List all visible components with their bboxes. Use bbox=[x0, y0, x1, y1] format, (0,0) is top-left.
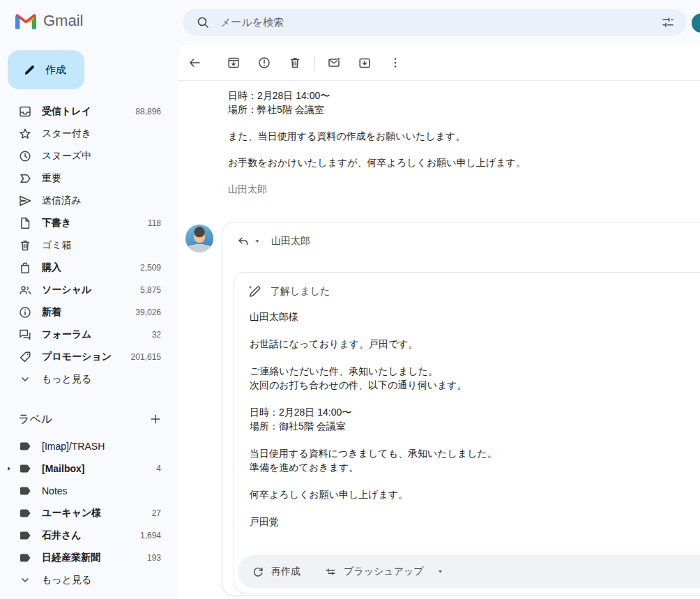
mail-toolbar bbox=[178, 45, 700, 81]
regenerate-button[interactable]: 再作成 bbox=[245, 559, 307, 584]
search-options-icon[interactable] bbox=[656, 10, 680, 34]
label-name: 石井さん bbox=[42, 529, 135, 542]
draft-title: 了解しました bbox=[271, 285, 330, 298]
shopping-bag-icon bbox=[18, 261, 32, 275]
refine-label: ブラッシュアップ bbox=[344, 566, 424, 578]
reply-type-caret-icon[interactable] bbox=[253, 237, 261, 245]
sidebar-item-starred[interactable]: スター付き bbox=[0, 123, 178, 145]
search-icon[interactable] bbox=[191, 10, 215, 34]
forum-icon bbox=[18, 328, 32, 342]
refine-button[interactable]: ブラッシュアップ bbox=[317, 559, 452, 584]
send-icon bbox=[18, 194, 32, 208]
gmail-m-icon bbox=[15, 13, 36, 29]
label-important-icon bbox=[18, 172, 32, 185]
clock-icon bbox=[18, 149, 32, 163]
sidebar-item-promotions[interactable]: プロモーション 201,615 bbox=[0, 346, 178, 368]
ai-draft-box[interactable]: 了解しました 山田太郎様 お世話になっております。戸田です。 ご連絡いただいた件… bbox=[234, 272, 700, 593]
sidebar-item-inbox[interactable]: 受信トレイ 88,896 bbox=[0, 100, 178, 123]
back-icon[interactable] bbox=[181, 49, 208, 77]
draft-meta: 日時：2月28日 14:00〜 場所：御社5階 会議室 bbox=[250, 405, 685, 433]
search-input[interactable]: メールを検索 bbox=[220, 16, 656, 29]
sidebar-item-count: 88,896 bbox=[135, 107, 161, 116]
labels-more[interactable]: もっと見る bbox=[0, 569, 178, 591]
account-avatar[interactable] bbox=[692, 13, 700, 33]
gmail-app: { "header": { "logo_text": "Gmail", "sea… bbox=[0, 0, 700, 599]
sidebar-item-label: スター付き bbox=[42, 128, 155, 140]
label-name: ユーキャン様 bbox=[42, 507, 146, 520]
email-meta-location: 場所：弊社5階 会議室 bbox=[228, 103, 672, 116]
reply-recipient[interactable]: 山田太郎 bbox=[271, 235, 310, 248]
sender-avatar[interactable] bbox=[185, 225, 213, 252]
sidebar-item-label: ゴミ箱 bbox=[42, 239, 155, 252]
reply-header: 山田太郎 bbox=[222, 222, 700, 260]
sidebar: 作成 受信トレイ 88,896 スター付き スヌーズ中 重要 送信済み bbox=[0, 45, 178, 599]
sidebar-item-social[interactable]: ソーシャル 5,875 bbox=[0, 279, 178, 301]
label-nikkei[interactable]: 日経産業新聞 193 bbox=[0, 547, 178, 569]
report-spam-icon[interactable] bbox=[250, 49, 278, 77]
sidebar-item-label: 新着 bbox=[42, 306, 130, 319]
chevron-right-icon[interactable] bbox=[5, 464, 13, 473]
mark-unread-icon[interactable] bbox=[320, 49, 348, 77]
label-icon bbox=[18, 506, 32, 520]
reply-icon[interactable] bbox=[236, 234, 250, 248]
chevron-down-icon bbox=[18, 573, 32, 587]
sidebar-item-drafts[interactable]: 下書き 118 bbox=[0, 212, 178, 234]
tag-icon bbox=[18, 350, 32, 364]
draft-action-bar: 再作成 ブラッシュアップ bbox=[238, 555, 700, 589]
sidebar-item-snoozed[interactable]: スヌーズ中 bbox=[0, 145, 178, 167]
sidebar-item-purchases[interactable]: 購入 2,509 bbox=[0, 257, 178, 279]
label-icon bbox=[18, 529, 32, 543]
top-bar: Gmail メールを検索 bbox=[0, 0, 700, 45]
move-to-icon[interactable] bbox=[351, 49, 379, 77]
sidebar-item-forums[interactable]: フォーラム 32 bbox=[0, 324, 178, 346]
tune-icon bbox=[324, 566, 337, 578]
label-imap-trash[interactable]: [Imap]/TRASH bbox=[0, 435, 178, 457]
label-notes[interactable]: Notes bbox=[0, 480, 178, 502]
sidebar-item-important[interactable]: 重要 bbox=[0, 167, 178, 190]
sidebar-item-label: もっと見る bbox=[42, 373, 155, 386]
draft-greeting: 山田太郎様 bbox=[250, 310, 685, 324]
sidebar-item-more[interactable]: もっと見る bbox=[0, 368, 178, 391]
regenerate-label: 再作成 bbox=[271, 566, 300, 578]
label-name: [Imap]/TRASH bbox=[42, 441, 155, 452]
draft-paragraph: お世話になっております。戸田です。 bbox=[250, 337, 685, 351]
compose-button[interactable]: 作成 bbox=[8, 50, 84, 89]
info-icon bbox=[18, 305, 32, 319]
sidebar-item-trash[interactable]: ゴミ箱 bbox=[0, 234, 178, 257]
label-icon bbox=[18, 551, 32, 565]
draft-paragraph: 何卒よろしくお願い申し上げます。 bbox=[250, 487, 685, 501]
refresh-icon bbox=[252, 566, 264, 578]
sidebar-item-label: プロモーション bbox=[42, 351, 125, 363]
more-options-icon[interactable] bbox=[381, 49, 409, 77]
sidebar-item-updates[interactable]: 新着 39,026 bbox=[0, 301, 178, 324]
add-label-icon[interactable] bbox=[147, 411, 164, 427]
label-mailbox[interactable]: [Mailbox] 4 bbox=[0, 457, 178, 480]
refine-caret-icon bbox=[436, 568, 445, 576]
draft-body[interactable]: 山田太郎様 お世話になっております。戸田です。 ご連絡いただいた件、承知いたしま… bbox=[234, 298, 700, 529]
draft-icon bbox=[18, 216, 32, 230]
sidebar-nav: 受信トレイ 88,896 スター付き スヌーズ中 重要 送信済み 下書き 118 bbox=[0, 100, 178, 391]
sidebar-item-label: スヌーズ中 bbox=[42, 150, 155, 162]
draft-header: 了解しました bbox=[234, 273, 700, 298]
delete-icon[interactable] bbox=[281, 49, 309, 77]
sidebar-item-label: 購入 bbox=[42, 261, 135, 274]
label-yukan[interactable]: ユーキャン様 27 bbox=[0, 502, 178, 524]
email-paragraph: また、当日使用する資料の作成をお願いいたします。 bbox=[228, 129, 672, 143]
reply-compose-box[interactable]: 山田太郎 了解しました 山田太郎様 お世話になっております。戸田です。 ご連絡い… bbox=[222, 222, 700, 596]
search-bar[interactable]: メールを検索 bbox=[183, 9, 687, 36]
email-paragraph: お手数をおかけいたしますが、何卒よろしくお願い申し上げます。 bbox=[228, 156, 672, 169]
label-ishii[interactable]: 石井さん 1,694 bbox=[0, 524, 178, 547]
labels-header: ラベル bbox=[0, 408, 178, 430]
email-meta-datetime: 日時：2月28日 14:00〜 bbox=[228, 89, 672, 103]
label-name: もっと見る bbox=[42, 574, 155, 586]
pencil-icon bbox=[23, 63, 36, 76]
archive-icon[interactable] bbox=[220, 49, 248, 77]
star-icon bbox=[18, 127, 32, 141]
sidebar-item-sent[interactable]: 送信済み bbox=[0, 190, 178, 212]
chevron-down-icon bbox=[18, 372, 32, 386]
label-name: [Mailbox] bbox=[42, 463, 151, 474]
email-meta: 日時：2月28日 14:00〜 場所：弊社5階 会議室 bbox=[228, 89, 672, 116]
label-name: Notes bbox=[42, 485, 155, 496]
gmail-logo-text: Gmail bbox=[43, 12, 83, 30]
reply-section: 山田太郎 了解しました 山田太郎様 お世話になっております。戸田です。 ご連絡い… bbox=[178, 222, 700, 599]
